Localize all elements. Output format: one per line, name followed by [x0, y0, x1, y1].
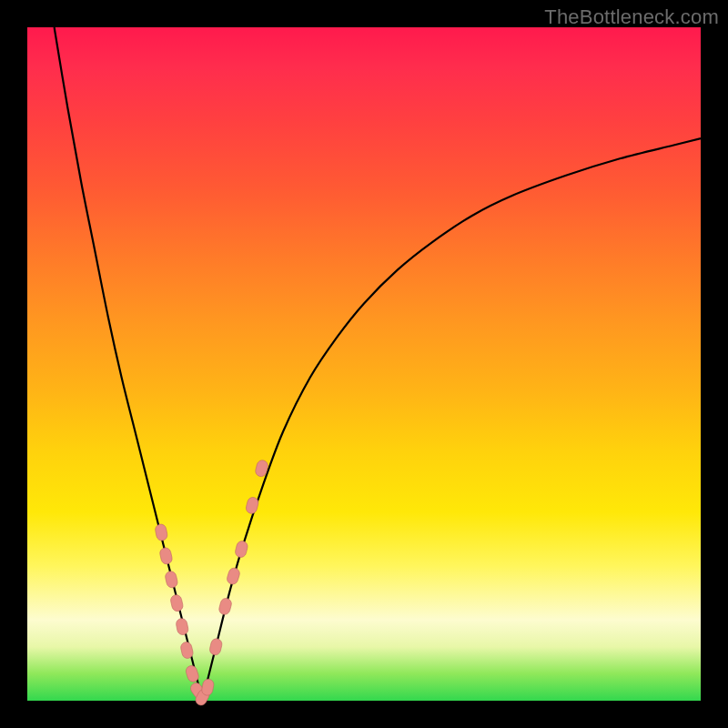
chart-frame: TheBottleneck.com [0, 0, 728, 728]
scatter-marker [169, 594, 184, 612]
scatter-marker [234, 540, 248, 558]
scatter-marker [159, 547, 174, 565]
scatter-marker [226, 567, 241, 586]
curve-layer [27, 27, 701, 701]
scatter-marker [217, 597, 232, 615]
plot-area [27, 27, 701, 701]
scatter-marker [201, 678, 215, 696]
scatter-marker [208, 638, 223, 656]
scatter-markers [155, 459, 269, 707]
right-branch-curve [202, 138, 701, 701]
scatter-marker [155, 523, 168, 541]
scatter-marker [176, 618, 189, 636]
scatter-marker [165, 571, 179, 589]
watermark-text: TheBottleneck.com [544, 5, 719, 29]
